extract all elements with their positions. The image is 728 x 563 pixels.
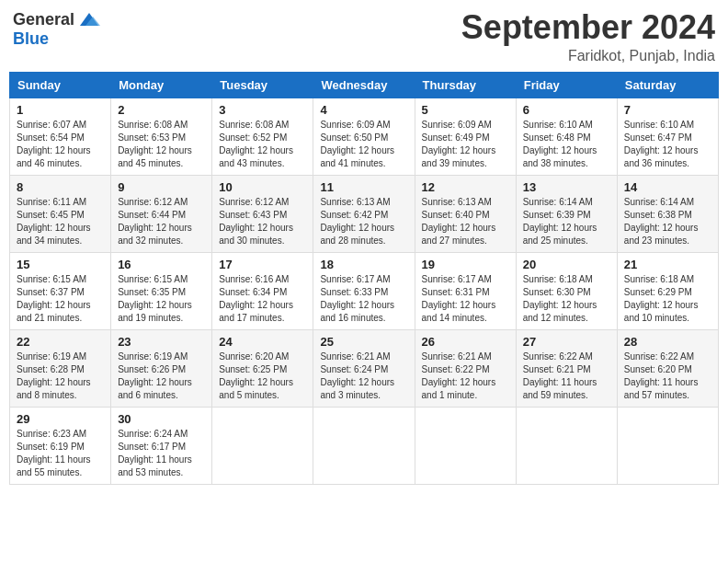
calendar-cell <box>212 407 313 484</box>
day-info: Sunrise: 6:08 AMSunset: 6:52 PMDaylight:… <box>219 119 306 170</box>
calendar-cell: 28Sunrise: 6:22 AMSunset: 6:20 PMDayligh… <box>617 329 718 407</box>
calendar-table: SundayMondayTuesdayWednesdayThursdayFrid… <box>9 72 719 485</box>
calendar-cell: 7Sunrise: 6:10 AMSunset: 6:47 PMDaylight… <box>617 98 718 175</box>
calendar-week-row: 8Sunrise: 6:11 AMSunset: 6:45 PMDaylight… <box>10 175 719 252</box>
calendar-day-header: Sunday <box>10 72 111 98</box>
calendar-cell: 24Sunrise: 6:20 AMSunset: 6:25 PMDayligh… <box>212 329 313 407</box>
day-number: 26 <box>422 335 509 349</box>
day-info: Sunrise: 6:15 AMSunset: 6:35 PMDaylight:… <box>118 273 205 325</box>
day-info: Sunrise: 6:18 AMSunset: 6:29 PMDaylight:… <box>624 273 711 325</box>
calendar-cell: 27Sunrise: 6:22 AMSunset: 6:21 PMDayligh… <box>516 329 617 407</box>
day-number: 29 <box>17 412 104 426</box>
logo-general-text: General <box>13 10 74 29</box>
title-block: September 2024 Faridkot, Punjab, India <box>461 9 715 64</box>
day-number: 23 <box>118 335 205 349</box>
day-info: Sunrise: 6:13 AMSunset: 6:42 PMDaylight:… <box>320 196 407 247</box>
calendar-cell: 20Sunrise: 6:18 AMSunset: 6:30 PMDayligh… <box>516 252 617 329</box>
day-number: 9 <box>118 180 205 194</box>
day-info: Sunrise: 6:14 AMSunset: 6:38 PMDaylight:… <box>624 196 711 247</box>
day-info: Sunrise: 6:12 AMSunset: 6:44 PMDaylight:… <box>118 196 205 247</box>
day-number: 22 <box>17 335 104 349</box>
calendar-cell: 5Sunrise: 6:09 AMSunset: 6:49 PMDaylight… <box>415 98 516 175</box>
calendar-cell: 30Sunrise: 6:24 AMSunset: 6:17 PMDayligh… <box>111 407 212 484</box>
day-number: 11 <box>320 180 407 194</box>
day-number: 17 <box>219 258 306 271</box>
calendar-day-header: Saturday <box>617 72 718 98</box>
day-number: 30 <box>118 412 205 426</box>
day-number: 10 <box>219 180 306 194</box>
logo-icon <box>76 9 102 29</box>
calendar-week-row: 22Sunrise: 6:19 AMSunset: 6:28 PMDayligh… <box>10 329 719 407</box>
day-info: Sunrise: 6:12 AMSunset: 6:43 PMDaylight:… <box>219 196 306 247</box>
calendar-cell: 19Sunrise: 6:17 AMSunset: 6:31 PMDayligh… <box>415 252 516 329</box>
calendar-header-row: SundayMondayTuesdayWednesdayThursdayFrid… <box>10 72 719 98</box>
calendar-cell <box>313 407 415 484</box>
logo: General Blue <box>13 9 102 49</box>
day-info: Sunrise: 6:24 AMSunset: 6:17 PMDaylight:… <box>118 428 205 479</box>
day-number: 16 <box>118 258 205 271</box>
day-number: 28 <box>624 335 711 349</box>
calendar-week-row: 15Sunrise: 6:15 AMSunset: 6:37 PMDayligh… <box>10 252 719 329</box>
day-info: Sunrise: 6:22 AMSunset: 6:20 PMDaylight:… <box>624 350 711 402</box>
day-info: Sunrise: 6:14 AMSunset: 6:39 PMDaylight:… <box>523 196 610 247</box>
calendar-cell: 15Sunrise: 6:15 AMSunset: 6:37 PMDayligh… <box>10 252 111 329</box>
day-info: Sunrise: 6:13 AMSunset: 6:40 PMDaylight:… <box>422 196 509 247</box>
day-info: Sunrise: 6:18 AMSunset: 6:30 PMDaylight:… <box>523 273 610 325</box>
day-number: 19 <box>422 258 509 271</box>
calendar-week-row: 1Sunrise: 6:07 AMSunset: 6:54 PMDaylight… <box>10 98 719 175</box>
day-number: 2 <box>118 103 205 117</box>
day-info: Sunrise: 6:15 AMSunset: 6:37 PMDaylight:… <box>17 273 104 325</box>
day-number: 8 <box>17 180 104 194</box>
calendar-cell <box>415 407 516 484</box>
day-info: Sunrise: 6:10 AMSunset: 6:48 PMDaylight:… <box>523 119 610 170</box>
day-info: Sunrise: 6:22 AMSunset: 6:21 PMDaylight:… <box>523 350 610 402</box>
day-number: 7 <box>624 103 711 117</box>
calendar-cell: 1Sunrise: 6:07 AMSunset: 6:54 PMDaylight… <box>10 98 111 175</box>
calendar-cell: 11Sunrise: 6:13 AMSunset: 6:42 PMDayligh… <box>313 175 415 252</box>
calendar-cell: 10Sunrise: 6:12 AMSunset: 6:43 PMDayligh… <box>212 175 313 252</box>
calendar-day-header: Thursday <box>415 72 516 98</box>
calendar-cell: 3Sunrise: 6:08 AMSunset: 6:52 PMDaylight… <box>212 98 313 175</box>
day-info: Sunrise: 6:23 AMSunset: 6:19 PMDaylight:… <box>17 428 104 479</box>
day-info: Sunrise: 6:19 AMSunset: 6:26 PMDaylight:… <box>118 350 205 402</box>
calendar-cell: 12Sunrise: 6:13 AMSunset: 6:40 PMDayligh… <box>415 175 516 252</box>
calendar-cell <box>617 407 718 484</box>
day-info: Sunrise: 6:17 AMSunset: 6:31 PMDaylight:… <box>422 273 509 325</box>
day-number: 4 <box>320 103 407 117</box>
page-header: General Blue September 2024 Faridkot, Pu… <box>9 9 719 64</box>
day-number: 6 <box>523 103 610 117</box>
location-text: Faridkot, Punjab, India <box>461 48 715 64</box>
day-number: 13 <box>523 180 610 194</box>
day-info: Sunrise: 6:21 AMSunset: 6:22 PMDaylight:… <box>422 350 509 402</box>
day-info: Sunrise: 6:07 AMSunset: 6:54 PMDaylight:… <box>17 119 104 170</box>
calendar-cell: 8Sunrise: 6:11 AMSunset: 6:45 PMDaylight… <box>10 175 111 252</box>
day-info: Sunrise: 6:08 AMSunset: 6:53 PMDaylight:… <box>118 119 205 170</box>
calendar-cell: 9Sunrise: 6:12 AMSunset: 6:44 PMDaylight… <box>111 175 212 252</box>
calendar-cell: 22Sunrise: 6:19 AMSunset: 6:28 PMDayligh… <box>10 329 111 407</box>
calendar-cell: 14Sunrise: 6:14 AMSunset: 6:38 PMDayligh… <box>617 175 718 252</box>
day-info: Sunrise: 6:09 AMSunset: 6:50 PMDaylight:… <box>320 119 407 170</box>
day-number: 1 <box>17 103 104 117</box>
day-info: Sunrise: 6:11 AMSunset: 6:45 PMDaylight:… <box>17 196 104 247</box>
day-number: 25 <box>320 335 407 349</box>
day-info: Sunrise: 6:16 AMSunset: 6:34 PMDaylight:… <box>219 273 306 325</box>
month-title: September 2024 <box>461 9 715 46</box>
calendar-cell: 21Sunrise: 6:18 AMSunset: 6:29 PMDayligh… <box>617 252 718 329</box>
day-number: 24 <box>219 335 306 349</box>
day-info: Sunrise: 6:10 AMSunset: 6:47 PMDaylight:… <box>624 119 711 170</box>
calendar-day-header: Tuesday <box>212 72 313 98</box>
day-number: 20 <box>523 258 610 271</box>
calendar-day-header: Friday <box>516 72 617 98</box>
day-number: 21 <box>624 258 711 271</box>
day-info: Sunrise: 6:20 AMSunset: 6:25 PMDaylight:… <box>219 350 306 402</box>
day-number: 3 <box>219 103 306 117</box>
day-number: 5 <box>422 103 509 117</box>
calendar-week-row: 29Sunrise: 6:23 AMSunset: 6:19 PMDayligh… <box>10 407 719 484</box>
calendar-cell: 13Sunrise: 6:14 AMSunset: 6:39 PMDayligh… <box>516 175 617 252</box>
logo-blue-text: Blue <box>13 29 49 49</box>
calendar-day-header: Wednesday <box>313 72 415 98</box>
calendar-cell: 29Sunrise: 6:23 AMSunset: 6:19 PMDayligh… <box>10 407 111 484</box>
day-number: 15 <box>17 258 104 271</box>
calendar-cell: 18Sunrise: 6:17 AMSunset: 6:33 PMDayligh… <box>313 252 415 329</box>
calendar-cell: 4Sunrise: 6:09 AMSunset: 6:50 PMDaylight… <box>313 98 415 175</box>
